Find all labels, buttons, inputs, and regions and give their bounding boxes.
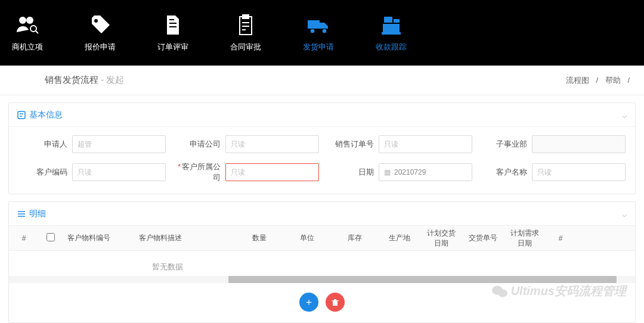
nav-label: 合同审批 [230,42,261,52]
input-customer-code[interactable]: 只读 [72,163,166,181]
header-links: 流程图 / 帮助 / [564,75,632,86]
field-date: 日期 ▦ 20210729 [325,162,472,183]
top-nav: 商机立项 报价申请 订单评审 合同审批 发货申请 收款跟踪 [0,0,644,66]
svg-rect-7 [169,26,177,27]
nav-item-shipping[interactable]: 发货申请 [303,13,334,52]
nav-label: 收款跟踪 [376,42,407,52]
chevron-down-icon[interactable]: ⌵ [622,209,627,219]
panel-basic-header[interactable]: 基本信息 ⌵ [9,103,635,127]
svg-rect-9 [243,15,249,18]
col-plan-demand-date[interactable]: 计划需求日期 [504,228,546,249]
label-customer-company: *客户所属公司 [172,162,221,183]
col-material-desc[interactable]: 客户物料描述 [134,233,236,243]
nav-label: 订单评审 [157,42,188,52]
label-sub-biz: 子事业部 [478,139,527,150]
list-icon [17,210,26,218]
input-apply-company[interactable]: 只读 [225,135,319,153]
col-material-code[interactable]: 客户物料编号 [63,233,134,243]
nav-item-contract[interactable]: 合同审批 [230,13,261,52]
horizontal-scrollbar[interactable] [9,276,635,283]
link-help[interactable]: 帮助 [605,76,621,85]
svg-rect-20 [18,111,25,119]
field-applicant: 申请人 超管 [18,135,166,153]
select-all-checkbox[interactable] [47,233,55,241]
svg-rect-19 [382,32,401,35]
col-plan-delivery-date[interactable]: 计划交货日期 [420,228,462,249]
document-icon [161,13,185,37]
svg-line-3 [36,31,38,33]
nav-item-order-review[interactable]: 订单评审 [157,13,188,52]
info-icon [17,111,26,119]
delete-row-button[interactable] [326,293,345,312]
page-title-main: 销售发货流程 [45,74,98,85]
detail-table: # 客户物料编号 客户物料描述 数量 单位 库存 生产地 计划交货日期 交货单号… [9,226,635,276]
input-applicant[interactable]: 超管 [72,135,166,153]
svg-point-0 [19,17,26,24]
input-sales-order-no[interactable]: 只读 [379,135,472,153]
svg-rect-6 [169,23,177,24]
svg-rect-13 [308,20,320,29]
col-ship-no[interactable]: 交货单号 [462,233,504,243]
svg-point-1 [26,17,33,24]
label-customer-name: 客户名称 [478,167,527,178]
svg-point-4 [94,19,98,23]
table-header-row: # 客户物料编号 客户物料描述 数量 单位 库存 生产地 计划交货日期 交货单号… [9,226,635,251]
svg-point-15 [322,29,327,33]
detail-table-wrap: # 客户物料编号 客户物料描述 数量 单位 库存 生产地 计划交货日期 交货单号… [9,226,635,276]
detail-actions: ＋ [9,283,635,322]
col-unit[interactable]: 单位 [283,233,331,243]
input-customer-name[interactable]: 只读 [532,163,626,181]
cash-register-icon [379,13,403,37]
people-search-icon [16,13,39,37]
field-sub-biz: 子事业部 [478,135,626,153]
nav-item-quote[interactable]: 报价申请 [85,13,116,52]
input-date[interactable]: ▦ 20210729 [379,163,472,181]
nav-label: 发货申请 [303,42,334,52]
svg-rect-18 [394,19,400,23]
field-apply-company: 申请公司 只读 [172,135,319,153]
panel-detail-header[interactable]: 明细 ⌵ [9,202,635,226]
panel-basic-info: 基本信息 ⌵ 申请人 超管 申请公司 只读 销售订单号 只读 子事业部 客户编码… [8,103,636,194]
calendar-icon: ▦ [384,168,391,176]
table-empty-text: 暂无数据 [9,251,635,276]
basic-form: 申请人 超管 申请公司 只读 销售订单号 只读 子事业部 客户编码 只读 *客户… [9,127,635,194]
label-date: 日期 [325,167,374,178]
col-checkbox [39,233,63,243]
page-title: 销售发货流程 - 发起 [45,74,564,86]
col-index2: # [546,234,575,243]
nav-label: 报价申请 [85,42,116,52]
col-index: # [9,234,39,243]
sep: / [596,76,599,85]
label-customer-code: 客户编码 [18,167,67,178]
sep: / [627,76,630,85]
svg-rect-17 [383,24,400,32]
input-sub-biz[interactable] [532,135,626,153]
nav-item-opportunity[interactable]: 商机立项 [12,13,43,52]
field-sales-order-no: 销售订单号 只读 [325,135,472,153]
link-flowchart[interactable]: 流程图 [566,76,589,85]
svg-point-14 [310,29,315,33]
chevron-down-icon[interactable]: ⌵ [622,110,627,120]
truck-icon [306,13,330,37]
col-origin[interactable]: 生产地 [379,233,420,243]
field-customer-name: 客户名称 只读 [478,162,626,183]
input-customer-company[interactable]: 只读 [225,163,319,181]
label-sales-order-no: 销售订单号 [325,139,374,150]
panel-detail-title: 明细 [29,209,46,219]
page-title-sub: - 发起 [101,74,124,85]
nav-item-payment[interactable]: 收款跟踪 [376,13,407,52]
svg-rect-16 [384,17,392,23]
svg-rect-5 [169,19,174,20]
tag-icon [88,13,112,37]
page-header: 销售发货流程 - 发起 流程图 / 帮助 / [0,66,644,95]
nav-label: 商机立项 [12,42,43,52]
field-customer-code: 客户编码 只读 [18,162,166,183]
add-row-button[interactable]: ＋ [299,293,318,312]
col-stock[interactable]: 库存 [331,233,379,243]
panel-detail: 明细 ⌵ # 客户物料编号 客户物料描述 数量 单位 库存 生产地 计划交货日期… [8,201,636,323]
field-customer-company: *客户所属公司 只读 [172,162,319,183]
panel-basic-title: 基本信息 [29,110,63,120]
svg-point-2 [30,26,36,32]
col-quantity[interactable]: 数量 [236,233,283,243]
label-apply-company: 申请公司 [172,139,221,150]
